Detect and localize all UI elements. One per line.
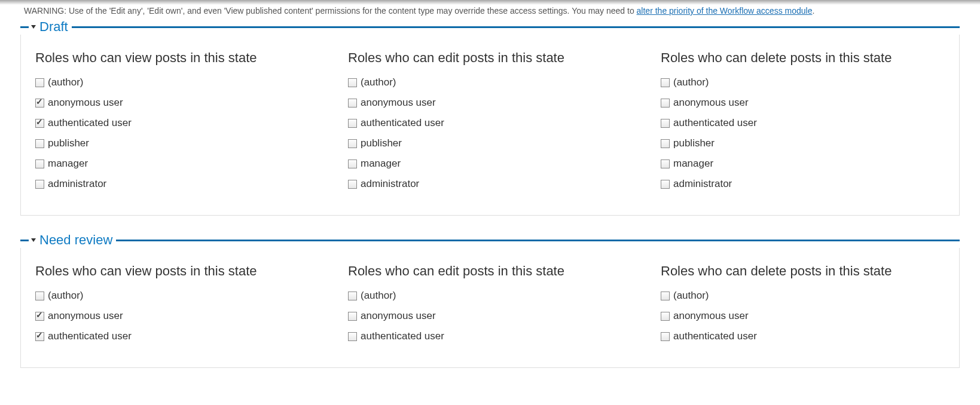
role-checkbox[interactable] [348,139,357,148]
role-label[interactable]: authenticated user [361,330,444,342]
role-label[interactable]: administrator [48,178,106,190]
role-row: manager [661,158,945,170]
role-label[interactable]: manager [48,158,88,170]
role-label[interactable]: (author) [48,76,84,88]
role-checkbox[interactable] [661,119,670,128]
role-label[interactable]: (author) [361,76,396,88]
role-label[interactable]: (author) [673,290,709,302]
role-label[interactable]: publisher [361,137,402,149]
role-row: authenticated user [35,330,319,342]
column-heading: Roles who can view posts in this state [35,263,319,279]
role-row: (author) [35,76,319,88]
role-label[interactable]: (author) [673,76,709,88]
role-label[interactable]: anonymous user [361,310,436,322]
role-checkbox[interactable] [348,312,357,321]
role-label[interactable]: anonymous user [361,97,436,109]
role-row: (author) [35,290,319,302]
role-checkbox[interactable] [348,159,357,168]
role-label[interactable]: authenticated user [361,117,444,129]
role-label[interactable]: publisher [673,137,715,149]
legend-rule [72,26,960,28]
role-row: anonymous user [35,310,319,322]
role-row: administrator [661,178,945,190]
column-heading: Roles who can delete posts in this state [661,50,945,66]
warning-suffix: . [812,6,814,16]
role-row: (author) [661,290,945,302]
role-row: publisher [35,137,319,149]
role-checkbox[interactable] [348,119,357,128]
legend-dash [20,26,29,28]
role-checkbox[interactable] [661,180,670,189]
role-row: (author) [348,76,632,88]
legend-rule [116,240,960,241]
role-row: anonymous user [661,97,945,109]
permission-column: Roles who can delete posts in this state… [661,47,945,198]
role-row: administrator [35,178,319,190]
permission-column: Roles who can view posts in this state(a… [35,47,319,198]
role-checkbox[interactable] [35,78,44,87]
role-checkbox[interactable] [348,180,357,189]
role-label[interactable]: publisher [48,137,89,149]
collapse-toggle-icon[interactable] [31,25,36,29]
role-label[interactable]: manager [361,158,401,170]
state-fieldset: Roles who can view posts in this state(a… [20,248,960,368]
role-label[interactable]: manager [673,158,713,170]
role-row: manager [35,158,319,170]
state-title[interactable]: Draft [39,19,72,35]
role-row: anonymous user [661,310,945,322]
role-label[interactable]: administrator [361,178,419,190]
role-label[interactable]: authenticated user [673,330,757,342]
role-checkbox[interactable] [661,159,670,168]
role-label[interactable]: anonymous user [48,97,123,109]
fieldset-legend[interactable]: Need review [20,232,960,248]
role-checkbox[interactable] [661,332,670,341]
fieldset-legend[interactable]: Draft [20,19,960,35]
role-checkbox[interactable] [35,312,44,321]
role-checkbox[interactable] [661,139,670,148]
role-checkbox[interactable] [661,99,670,108]
role-checkbox[interactable] [661,292,670,300]
role-checkbox[interactable] [348,292,357,300]
role-checkbox[interactable] [35,159,44,168]
role-label[interactable]: (author) [48,290,84,302]
role-checkbox[interactable] [35,292,44,300]
role-label[interactable]: authenticated user [673,117,757,129]
role-row: publisher [348,137,632,149]
column-heading: Roles who can edit posts in this state [348,263,632,279]
collapse-toggle-icon[interactable] [31,238,36,242]
warning-link[interactable]: alter the priority of the Workflow acces… [637,6,813,16]
state-fieldset: Roles who can view posts in this state(a… [20,35,960,216]
role-row: anonymous user [35,97,319,109]
role-checkbox[interactable] [661,312,670,321]
role-row: administrator [348,178,632,190]
role-checkbox[interactable] [35,139,44,148]
role-label[interactable]: (author) [361,290,396,302]
role-checkbox[interactable] [348,99,357,108]
role-label[interactable]: anonymous user [673,310,749,322]
role-checkbox[interactable] [348,78,357,87]
column-heading: Roles who can delete posts in this state [661,263,945,279]
role-row: (author) [348,290,632,302]
permission-column: Roles who can edit posts in this state(a… [348,260,632,351]
warning-text: WARNING: Use of the 'Edit any', 'Edit ow… [0,5,980,19]
role-row: publisher [661,137,945,149]
role-label[interactable]: anonymous user [673,97,749,109]
state-title[interactable]: Need review [39,232,116,248]
top-shadow [0,0,980,5]
role-checkbox[interactable] [35,332,44,341]
role-label[interactable]: authenticated user [48,117,132,129]
role-row: authenticated user [661,117,945,129]
role-checkbox[interactable] [348,332,357,341]
column-heading: Roles who can edit posts in this state [348,50,632,66]
role-checkbox[interactable] [35,119,44,128]
role-checkbox[interactable] [35,99,44,108]
role-label[interactable]: anonymous user [48,310,123,322]
role-checkbox[interactable] [661,78,670,87]
role-row: anonymous user [348,97,632,109]
columns: Roles who can view posts in this state(a… [35,47,945,198]
role-row: anonymous user [348,310,632,322]
role-label[interactable]: administrator [673,178,732,190]
role-label[interactable]: authenticated user [48,330,132,342]
role-checkbox[interactable] [35,180,44,189]
role-row: authenticated user [661,330,945,342]
